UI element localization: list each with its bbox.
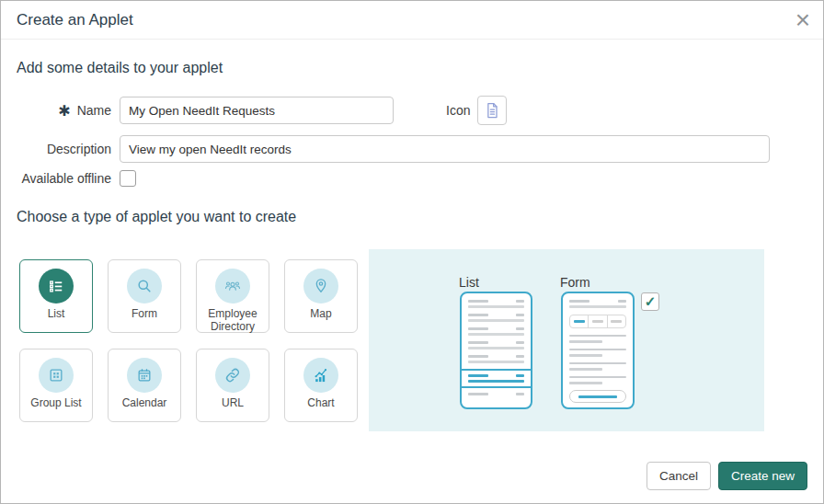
type-section-heading: Choose a type of applet you want to crea… — [17, 209, 296, 225]
tile-form[interactable]: Form — [108, 259, 181, 333]
form-preview-mockup — [561, 292, 635, 409]
icon-picker-button[interactable] — [477, 96, 507, 125]
tile-list[interactable]: List — [19, 259, 93, 333]
tile-calendar[interactable]: Calendar — [108, 349, 181, 422]
name-input[interactable] — [120, 97, 394, 124]
tile-list-label: List — [46, 307, 67, 320]
tile-employee-directory-label: Employee Directory — [197, 307, 269, 333]
available-offline-label: Available offline — [1, 166, 111, 190]
grid-icon — [39, 358, 74, 393]
tile-chart[interactable]: Chart — [284, 349, 358, 422]
dialog-footer: Cancel Create new — [647, 462, 807, 490]
close-icon[interactable]: × — [795, 5, 810, 36]
tile-calendar-label: Calendar — [120, 396, 169, 409]
tile-form-label: Form — [130, 307, 159, 320]
search-icon — [127, 269, 162, 304]
icon-label: Icon — [446, 97, 470, 124]
preview-form-label: Form — [560, 275, 590, 290]
description-label: Description — [1, 135, 111, 163]
dialog-title: Create an Applet — [17, 1, 133, 40]
name-label-text: Name — [77, 103, 111, 118]
cancel-button[interactable]: Cancel — [647, 462, 711, 490]
details-section-heading: Add some details to your applet — [17, 60, 223, 76]
form-mockup-tabs — [569, 315, 626, 328]
checkmark-icon: ✓ — [645, 293, 657, 310]
map-pin-icon — [303, 269, 338, 304]
applet-preview-panel: List Form — [369, 249, 764, 431]
tile-map[interactable]: Map — [284, 259, 358, 333]
preview-list-label: List — [459, 275, 479, 290]
tile-employee-directory[interactable]: Employee Directory — [196, 259, 269, 333]
create-applet-dialog: Create an Applet × Add some details to y… — [0, 0, 824, 504]
preview-checkbox[interactable]: ✓ — [641, 292, 659, 311]
document-icon — [483, 101, 501, 120]
description-input[interactable] — [120, 135, 770, 163]
people-icon — [215, 269, 250, 304]
applet-type-grid: List Form Empl — [19, 259, 358, 422]
dialog-header: Create an Applet × — [1, 1, 823, 40]
tile-group-list[interactable]: Group List — [19, 349, 93, 422]
create-new-button[interactable]: Create new — [718, 462, 807, 490]
form-mockup-button — [569, 390, 626, 403]
available-offline-checkbox[interactable] — [120, 170, 136, 187]
name-label: ✱Name — [1, 97, 111, 125]
tile-chart-label: Chart — [305, 396, 336, 409]
list-preview-mockup — [460, 292, 532, 409]
tile-url[interactable]: URL — [196, 349, 269, 422]
link-icon — [215, 358, 250, 393]
list-icon — [39, 269, 74, 304]
calendar-icon — [127, 358, 162, 393]
chart-icon — [303, 358, 338, 393]
tile-group-list-label: Group List — [29, 396, 83, 409]
required-asterisk-icon: ✱ — [58, 103, 70, 119]
tile-url-label: URL — [220, 396, 246, 409]
tile-map-label: Map — [308, 307, 333, 320]
